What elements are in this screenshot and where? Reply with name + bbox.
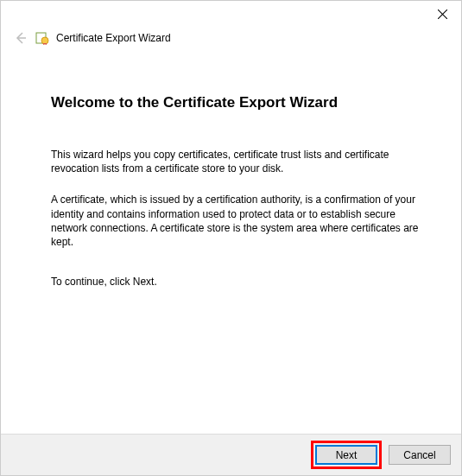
svg-point-4 [41,37,48,44]
window-title: Certificate Export Wizard [56,32,171,44]
close-button[interactable] [430,4,454,23]
page-heading: Welcome to the Certificate Export Wizard [51,94,430,111]
intro-paragraph-1: This wizard helps you copy certificates,… [51,148,430,175]
back-button[interactable] [13,30,28,46]
intro-paragraph-2: A certificate, which is issued by a cert… [51,193,430,249]
wizard-header: Certificate Export Wizard [13,30,171,46]
wizard-footer: Next Cancel [1,434,461,475]
wizard-content: Welcome to the Certificate Export Wizard… [51,94,430,306]
certificate-icon [35,31,49,45]
back-arrow-icon [14,31,28,45]
titlebar [1,1,461,25]
cancel-button[interactable]: Cancel [389,445,451,465]
next-button[interactable]: Next [315,445,377,465]
next-button-highlight: Next [311,441,382,469]
continue-instruction: To continue, click Next. [51,275,430,289]
close-icon [438,10,447,19]
